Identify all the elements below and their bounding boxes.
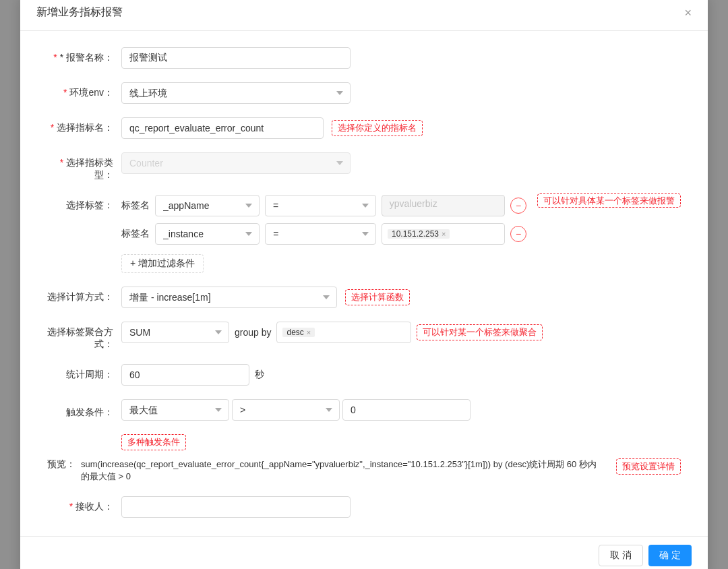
trigger-row: 触发条件： 最大值 > xyxy=(47,399,681,421)
period-control: 秒 xyxy=(121,364,264,386)
tag-op-select-2[interactable]: = xyxy=(265,223,376,245)
calc-select[interactable]: 增量 - increase[1m] xyxy=(121,287,337,308)
receiver-input[interactable] xyxy=(121,496,351,518)
tag-annotation: 可以针对具体某一个标签来做报警 xyxy=(537,195,681,207)
modal-body: * * 报警名称： * 环境env： 线上环境 xyxy=(20,31,708,536)
preview-row: 预览： sum(increase(qc_report_evaluate_erro… xyxy=(47,458,681,483)
preview-label: 预览： xyxy=(47,458,75,471)
env-select[interactable]: 线上环境 xyxy=(121,82,351,104)
required-star: * xyxy=(53,52,59,63)
metric-type-control: Counter xyxy=(121,152,351,174)
preview-content: sum(increase(qc_report_evaluate_error_co… xyxy=(81,458,603,483)
tag-row-1: 标签名 _appName = ypvaluerbiz − xyxy=(121,195,526,216)
env-control: 线上环境 xyxy=(121,82,351,104)
receiver-label: * 接收人： xyxy=(47,496,121,513)
metric-type-select[interactable]: Counter xyxy=(121,152,351,174)
agg-row: 选择标签聚合方式： SUM group by desc × 可以针对某一个标签来… xyxy=(47,322,681,351)
trigger-value-input[interactable] xyxy=(342,399,471,421)
metric-name-control: 选择你定义的指标名 xyxy=(121,117,423,139)
cancel-button[interactable]: 取 消 xyxy=(599,545,643,566)
agg-control: SUM group by desc × 可以针对某一个标签来做聚合 xyxy=(121,322,543,343)
alert-name-row: * * 报警名称： xyxy=(47,47,681,69)
tag-row-2: 标签名 _instance = 10.151.2.253 × xyxy=(121,223,526,245)
group-by-value: desc xyxy=(286,328,303,337)
receiver-control xyxy=(121,496,351,518)
modal-dialog: 新增业务指标报警 × * * 报警名称： * 环境env： xyxy=(20,0,708,569)
alert-name-input[interactable] xyxy=(121,47,351,69)
metric-name-input[interactable] xyxy=(121,117,324,139)
tag-hint: 可以针对具体某一个标签来做报警 xyxy=(537,193,681,208)
agg-label: 选择标签聚合方式： xyxy=(47,322,121,351)
calc-label: 选择计算方式： xyxy=(47,287,121,303)
tags-row: 选择标签： 标签名 _appName = ypvaluerbiz − xyxy=(47,195,681,273)
tag-badge-instance: 10.151.2.253 × xyxy=(388,229,450,239)
trigger-label: 触发条件： xyxy=(47,402,121,419)
trigger-hint-row: 多种触发条件 xyxy=(47,434,681,450)
tags-label: 选择标签： xyxy=(47,195,121,212)
add-filter-button[interactable]: + 增加过滤条件 xyxy=(121,254,204,273)
period-label: 统计周期： xyxy=(47,364,121,381)
remove-tag-button-2[interactable]: − xyxy=(510,226,526,242)
agg-hint: 可以针对某一个标签来做聚合 xyxy=(417,324,543,340)
metric-name-label: * 选择指标名： xyxy=(47,117,121,134)
tag-name-select-2[interactable]: _instance xyxy=(155,223,260,245)
calc-hint: 选择计算函数 xyxy=(345,289,410,305)
modal-title: 新增业务指标报警 xyxy=(36,5,123,20)
group-by-badge: desc × xyxy=(282,328,315,337)
env-row: * 环境env： 线上环境 xyxy=(47,82,681,104)
tag-name-select-1[interactable]: _appName xyxy=(155,195,260,216)
tags-section: 标签名 _appName = ypvaluerbiz − xyxy=(121,195,526,273)
metric-name-row: * 选择指标名： 选择你定义的指标名 xyxy=(47,117,681,139)
metric-type-row: * 选择指标类型： Counter xyxy=(47,152,681,181)
modal-overlay: 新增业务指标报警 × * * 报警名称： * 环境env： xyxy=(0,0,728,569)
group-by-label: group by xyxy=(235,327,271,338)
close-button[interactable]: × xyxy=(684,7,692,19)
receiver-row: * 接收人： xyxy=(47,496,681,518)
confirm-button[interactable]: 确 定 xyxy=(648,545,692,566)
period-row: 统计周期： 秒 xyxy=(47,364,681,386)
metric-name-hint: 选择你定义的指标名 xyxy=(332,120,423,136)
period-input[interactable] xyxy=(121,364,249,386)
advanced-row: 高级 xyxy=(47,531,681,536)
tag-value-display-1: ypvaluerbiz xyxy=(382,195,505,216)
env-label: * 环境env： xyxy=(47,82,121,99)
tag-value-display-2: 10.151.2.253 × xyxy=(382,223,505,245)
trigger-hint: 多种触发条件 xyxy=(121,434,186,450)
trigger-control: 最大值 > xyxy=(121,399,471,421)
agg-select[interactable]: SUM xyxy=(121,322,229,343)
alert-name-control xyxy=(121,47,351,69)
tag-badge-close-icon[interactable]: × xyxy=(442,230,446,238)
tag-op-select-1[interactable]: = xyxy=(265,195,376,216)
alert-name-label: * * 报警名称： xyxy=(47,47,121,64)
minus-icon-2: − xyxy=(516,229,521,239)
tag-name-label-2: 标签名 xyxy=(121,228,150,240)
period-unit: 秒 xyxy=(255,369,264,381)
modal-header: 新增业务指标报警 × xyxy=(20,0,708,31)
group-by-close-icon[interactable]: × xyxy=(307,328,311,336)
preview-hint: 预览设置详情 xyxy=(616,458,681,475)
trigger-op-select[interactable]: > xyxy=(232,399,340,421)
trigger-condition-select[interactable]: 最大值 xyxy=(121,399,229,421)
modal-footer: 取 消 确 定 xyxy=(20,536,708,569)
trigger-hint-spacer xyxy=(47,434,121,450)
calc-row: 选择计算方式： 增量 - increase[1m] 选择计算函数 xyxy=(47,287,681,308)
tag-name-label-1: 标签名 xyxy=(121,200,150,212)
metric-type-label: * 选择指标类型： xyxy=(47,152,121,181)
calc-control: 增量 - increase[1m] 选择计算函数 xyxy=(121,287,410,308)
group-by-input: desc × xyxy=(276,322,411,343)
tag-badge-value: 10.151.2.253 xyxy=(392,229,439,239)
remove-tag-button-1[interactable]: − xyxy=(510,198,526,214)
minus-icon-1: − xyxy=(516,200,521,211)
